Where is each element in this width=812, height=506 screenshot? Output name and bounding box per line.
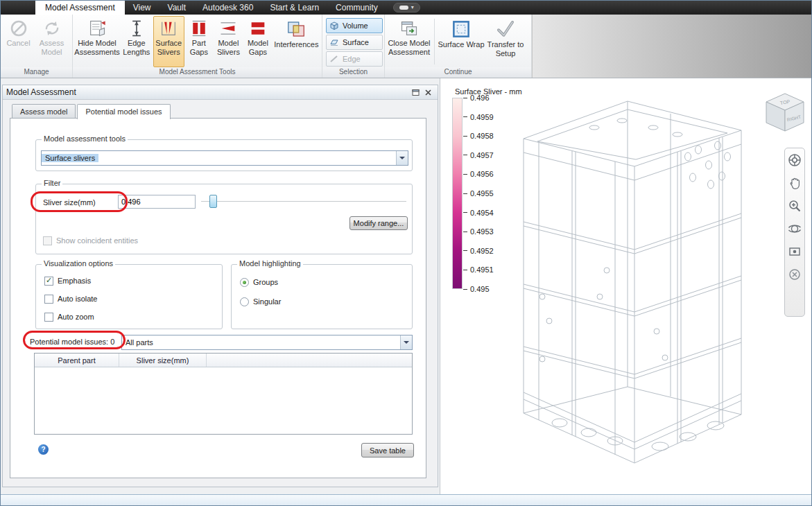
ribbon-group-continue: Close Model Assessment Surface Wrap Tran… xyxy=(385,15,532,78)
groupbox-label: Model highlighting xyxy=(237,259,303,268)
legend-tick-label: 0.4959 xyxy=(470,113,494,121)
part-gaps-label: Part Gaps xyxy=(186,39,212,56)
hide-model-assessments-label: Hide Model Assessments xyxy=(74,39,119,56)
tab-assess-model[interactable]: Assess model xyxy=(12,104,76,119)
show-coincident-entities-checkbox[interactable]: ✓ Show coincident entities xyxy=(43,236,138,245)
cloud-icon xyxy=(399,6,408,10)
menu-item-autodesk-360[interactable]: Autodesk 360 xyxy=(194,1,261,15)
checkbox-icon: ✓ xyxy=(44,313,53,322)
transfer-to-setup-button[interactable]: Transfer to Setup xyxy=(486,16,525,67)
cancel-button[interactable]: Cancel xyxy=(2,16,35,67)
ribbon-group-manage: Cancel Assess Model Manage xyxy=(1,15,73,78)
auto-zoom-label: Auto zoom xyxy=(58,313,94,321)
ribbon-group-label-manage: Manage xyxy=(1,67,72,78)
menu-item-vault[interactable]: Vault xyxy=(159,1,194,15)
interferences-button[interactable]: Interferences xyxy=(273,16,320,67)
menu-item-view[interactable]: View xyxy=(125,1,159,15)
slider-handle[interactable] xyxy=(209,195,217,208)
tick-dash xyxy=(463,250,467,251)
legend-tick-label: 0.4951 xyxy=(470,265,494,274)
tick-dash xyxy=(463,98,467,98)
save-table-button[interactable]: Save table xyxy=(361,443,414,457)
parts-filter-dropdown[interactable]: All parts xyxy=(121,335,413,350)
assessment-tool-dropdown-value: Surface slivers xyxy=(42,154,98,162)
tick-dash xyxy=(463,193,467,194)
interferences-icon xyxy=(286,19,306,40)
singular-radio[interactable]: Singular xyxy=(240,297,281,306)
model-wireframe[interactable] xyxy=(511,89,757,480)
surface-wrap-button[interactable]: Surface Wrap xyxy=(437,16,485,67)
close-panel-button[interactable] xyxy=(422,87,434,98)
groupbox-label: Visualization options xyxy=(42,259,115,268)
edge-lengths-button[interactable]: Edge Lengths xyxy=(121,16,153,67)
selection-surface-button[interactable]: Surface xyxy=(326,35,383,50)
tick-dash xyxy=(463,270,467,270)
orbit-button[interactable] xyxy=(786,220,803,237)
ribbon-group-label-selection: Selection xyxy=(322,67,384,78)
close-panel-icon xyxy=(424,89,432,96)
chevron-down-icon: ▾ xyxy=(411,5,414,10)
groups-label: Groups xyxy=(253,278,278,286)
auto-zoom-checkbox[interactable]: ✓ Auto zoom xyxy=(44,312,94,322)
tab-content: Model assessment tools Surface slivers F… xyxy=(10,118,426,478)
navigation-wheel-icon xyxy=(787,152,802,168)
legend-tick-label: 0.4952 xyxy=(470,247,494,255)
account-menu-button[interactable]: ▾ xyxy=(393,3,420,12)
look-at-button[interactable] xyxy=(786,243,803,260)
column-header-empty xyxy=(207,354,412,367)
selection-edge-button[interactable]: Edge xyxy=(326,51,383,67)
assessment-tool-dropdown[interactable]: Surface slivers xyxy=(41,150,408,166)
surface-slivers-button[interactable]: Surface Slivers xyxy=(153,16,185,67)
hide-model-assessments-button[interactable]: Hide Model Assessments xyxy=(74,16,120,67)
auto-isolate-checkbox[interactable]: ✓ Auto isolate xyxy=(44,294,97,304)
column-header-sliver-size[interactable]: Sliver size(mm) xyxy=(119,354,207,367)
edge-lengths-icon xyxy=(127,19,146,38)
sliver-size-input[interactable] xyxy=(118,195,196,209)
selection-volume-button[interactable]: Volume xyxy=(326,18,383,33)
groups-radio[interactable]: Groups xyxy=(240,277,278,287)
viewport-3d[interactable]: Surface Sliver - mm 0.496 0.4959 0.4958 … xyxy=(440,78,812,494)
surface-label: Surface xyxy=(343,38,369,46)
emphasis-checkbox[interactable]: ✓ Emphasis xyxy=(44,276,91,286)
model-assessment-panel: Model Assessment Assess model Potential … xyxy=(2,85,438,487)
sliver-size-slider[interactable] xyxy=(201,195,406,209)
edge-lengths-label: Edge Lengths xyxy=(121,39,152,56)
cancel-label: Cancel xyxy=(6,39,30,48)
assess-model-label: Assess Model xyxy=(36,39,67,56)
column-header-parent-part[interactable]: Parent part xyxy=(35,354,119,367)
menu-item-community[interactable]: Community xyxy=(327,1,386,15)
assess-model-button[interactable]: Assess Model xyxy=(35,16,68,67)
ribbon: Cancel Assess Model Manage Hide Model As… xyxy=(1,15,811,78)
groupbox-label: Filter xyxy=(42,179,62,187)
legend-tick-label: 0.4957 xyxy=(470,151,494,159)
issues-table[interactable]: Parent part Sliver size(mm) xyxy=(34,353,413,435)
checkbox-icon: ✓ xyxy=(44,295,53,304)
emphasis-label: Emphasis xyxy=(58,277,91,285)
pan-button[interactable] xyxy=(786,175,803,191)
tab-potential-model-issues[interactable]: Potential model issues xyxy=(77,104,170,119)
navigation-wheel-button[interactable] xyxy=(786,152,803,168)
modify-range-button[interactable]: Modify range... xyxy=(349,216,408,230)
help-icon: ? xyxy=(41,446,45,453)
cancel-icon xyxy=(9,19,28,38)
legend-tick-label: 0.495 xyxy=(470,285,490,293)
view-cube[interactable]: TOP RIGHT xyxy=(758,87,812,137)
volume-label: Volume xyxy=(343,21,368,30)
menu-item-start-and-learn[interactable]: Start & Learn xyxy=(261,1,327,15)
tick-dash xyxy=(463,155,467,155)
transfer-to-setup-label: Transfer to Setup xyxy=(487,40,524,58)
model-gaps-button[interactable]: Model Gaps xyxy=(244,16,272,67)
surface-wrap-icon xyxy=(451,19,472,40)
panel-tabs: Assess model Potential model issues xyxy=(12,104,172,119)
part-gaps-button[interactable]: Part Gaps xyxy=(185,16,213,67)
model-slivers-button[interactable]: Model Slivers xyxy=(214,16,244,67)
singular-label: Singular xyxy=(253,297,281,306)
legend-tick-label: 0.4956 xyxy=(470,170,494,178)
close-navbar-button[interactable] xyxy=(786,266,803,283)
menu-tab-model-assessment[interactable]: Model Assessment xyxy=(35,1,125,15)
help-button[interactable]: ? xyxy=(38,444,49,455)
zoom-icon xyxy=(788,199,802,213)
close-model-assessment-button[interactable]: Close Model Assessment xyxy=(386,16,432,67)
float-panel-button[interactable] xyxy=(409,87,422,98)
zoom-button[interactable] xyxy=(786,198,803,214)
